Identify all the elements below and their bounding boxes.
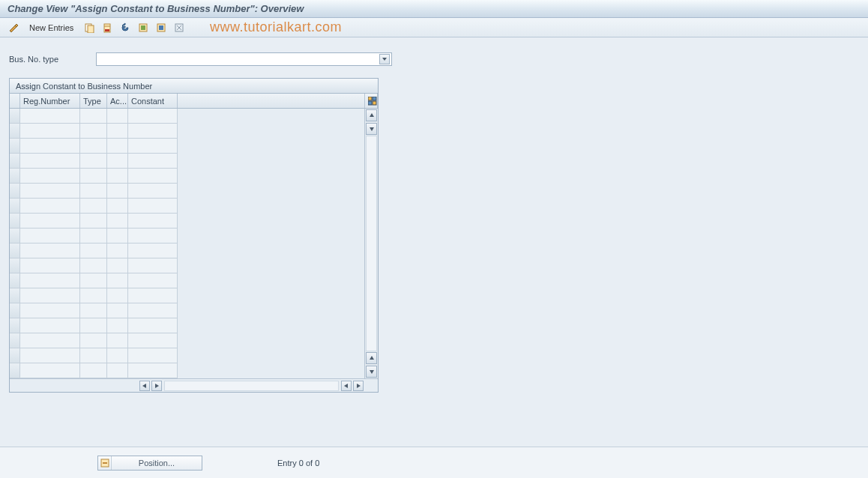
table-row[interactable] xyxy=(10,139,364,154)
table-row[interactable] xyxy=(10,109,364,124)
scroll-right2-icon[interactable] xyxy=(353,381,364,391)
cell-reg[interactable] xyxy=(20,139,80,154)
cell-ac[interactable] xyxy=(107,124,128,139)
row-selector[interactable] xyxy=(10,363,20,378)
cell-type[interactable] xyxy=(80,258,107,273)
delete-icon[interactable] xyxy=(100,21,115,34)
cell-ac[interactable] xyxy=(107,109,128,124)
cell-reg[interactable] xyxy=(20,348,80,363)
cell-ac[interactable] xyxy=(107,184,128,199)
cell-reg[interactable] xyxy=(20,169,80,184)
cell-const[interactable] xyxy=(128,318,178,333)
cell-reg[interactable] xyxy=(20,303,80,318)
cell-type[interactable] xyxy=(80,318,107,333)
cell-const[interactable] xyxy=(128,229,178,243)
cell-type[interactable] xyxy=(80,139,107,154)
row-selector[interactable] xyxy=(10,214,20,229)
configure-columns-icon[interactable] xyxy=(364,94,378,108)
col-reg-number[interactable]: Reg.Number xyxy=(20,94,80,108)
table-row[interactable] xyxy=(10,184,364,199)
toggle-change-icon[interactable] xyxy=(6,21,21,34)
cell-type[interactable] xyxy=(80,154,107,169)
row-selector[interactable] xyxy=(10,243,20,258)
cell-const[interactable] xyxy=(128,124,178,139)
row-selector[interactable] xyxy=(10,229,20,243)
table-row[interactable] xyxy=(10,154,364,169)
cell-type[interactable] xyxy=(80,214,107,229)
cell-ac[interactable] xyxy=(107,169,128,184)
cell-reg[interactable] xyxy=(20,258,80,273)
scroll-down-icon[interactable] xyxy=(366,123,377,135)
cell-const[interactable] xyxy=(128,288,178,303)
cell-ac[interactable] xyxy=(107,348,128,363)
cell-ac[interactable] xyxy=(107,303,128,318)
cell-ac[interactable] xyxy=(107,229,128,243)
cell-const[interactable] xyxy=(128,363,178,378)
table-row[interactable] xyxy=(10,273,364,288)
table-row[interactable] xyxy=(10,229,364,243)
table-row[interactable] xyxy=(10,333,364,348)
row-selector[interactable] xyxy=(10,184,20,199)
cell-type[interactable] xyxy=(80,199,107,214)
table-row[interactable] xyxy=(10,318,364,333)
table-row[interactable] xyxy=(10,288,364,303)
cell-ac[interactable] xyxy=(107,199,128,214)
table-row[interactable] xyxy=(10,363,364,378)
col-type[interactable]: Type xyxy=(80,94,107,108)
position-button[interactable]: Position... xyxy=(97,456,202,471)
undo-icon[interactable] xyxy=(118,21,133,34)
horizontal-scrollbar[interactable] xyxy=(10,378,378,392)
row-selector[interactable] xyxy=(10,273,20,288)
cell-const[interactable] xyxy=(128,333,178,348)
table-row[interactable] xyxy=(10,124,364,139)
select-all-icon[interactable] xyxy=(136,21,151,34)
cell-type[interactable] xyxy=(80,184,107,199)
cell-reg[interactable] xyxy=(20,109,80,124)
table-row[interactable] xyxy=(10,243,364,258)
cell-const[interactable] xyxy=(128,139,178,154)
scroll-right-icon[interactable] xyxy=(151,381,162,391)
cell-type[interactable] xyxy=(80,124,107,139)
cell-ac[interactable] xyxy=(107,258,128,273)
table-row[interactable] xyxy=(10,199,364,214)
cell-reg[interactable] xyxy=(20,199,80,214)
cell-type[interactable] xyxy=(80,109,107,124)
scroll-up-icon[interactable] xyxy=(366,109,377,121)
scroll-left2-icon[interactable] xyxy=(341,381,352,391)
cell-reg[interactable] xyxy=(20,214,80,229)
copy-as-icon[interactable] xyxy=(82,21,97,34)
cell-ac[interactable] xyxy=(107,214,128,229)
cell-const[interactable] xyxy=(128,109,178,124)
row-selector[interactable] xyxy=(10,109,20,124)
row-selector[interactable] xyxy=(10,288,20,303)
cell-const[interactable] xyxy=(128,199,178,214)
cell-ac[interactable] xyxy=(107,273,128,288)
cell-ac[interactable] xyxy=(107,139,128,154)
cell-type[interactable] xyxy=(80,243,107,258)
col-selector[interactable] xyxy=(10,94,20,108)
row-selector[interactable] xyxy=(10,139,20,154)
cell-const[interactable] xyxy=(128,243,178,258)
table-row[interactable] xyxy=(10,214,364,229)
row-selector[interactable] xyxy=(10,258,20,273)
row-selector[interactable] xyxy=(10,348,20,363)
scroll-up2-icon[interactable] xyxy=(366,352,377,364)
cell-const[interactable] xyxy=(128,303,178,318)
cell-reg[interactable] xyxy=(20,333,80,348)
cell-ac[interactable] xyxy=(107,318,128,333)
cell-const[interactable] xyxy=(128,169,178,184)
bus-no-type-dropdown[interactable] xyxy=(96,52,392,66)
vertical-scrollbar[interactable] xyxy=(364,109,378,378)
deselect-all-icon[interactable] xyxy=(172,21,187,34)
cell-reg[interactable] xyxy=(20,288,80,303)
cell-reg[interactable] xyxy=(20,184,80,199)
cell-type[interactable] xyxy=(80,288,107,303)
select-block-icon[interactable] xyxy=(154,21,169,34)
cell-const[interactable] xyxy=(128,258,178,273)
cell-const[interactable] xyxy=(128,214,178,229)
row-selector[interactable] xyxy=(10,199,20,214)
row-selector[interactable] xyxy=(10,318,20,333)
new-entries-button[interactable]: New Entries xyxy=(24,21,79,34)
cell-const[interactable] xyxy=(128,154,178,169)
scroll-left-icon[interactable] xyxy=(139,381,150,391)
